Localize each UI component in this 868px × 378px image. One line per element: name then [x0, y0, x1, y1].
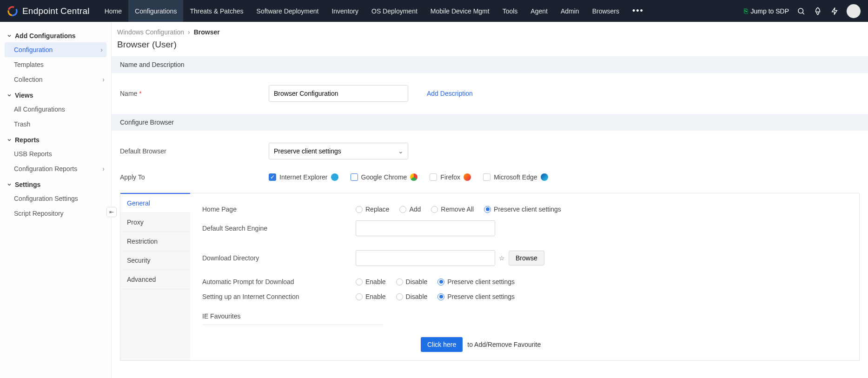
search-engine-input[interactable] [356, 220, 495, 236]
svg-line-4 [802, 13, 804, 14]
top-bar: Endpoint Central HomeConfigurationsThrea… [0, 0, 868, 22]
sdp-icon: ⎘ [744, 7, 748, 15]
chevron-right-icon: › [188, 28, 190, 36]
tab-security[interactable]: Security [120, 251, 190, 270]
tab-proxy[interactable]: Proxy [120, 213, 190, 232]
click-here-button[interactable]: Click here [421, 337, 463, 352]
checkbox-icon[interactable] [351, 173, 358, 181]
download-dir-label: Download Directory [202, 254, 356, 262]
sidebar-item-configuration[interactable]: Configuration› [5, 42, 106, 57]
tab-general[interactable]: General [120, 193, 190, 213]
topnav-admin[interactable]: Admin [554, 0, 586, 22]
topnav-home[interactable]: Home [98, 0, 128, 22]
default-browser-label: Default Browser [120, 147, 250, 155]
favorite-star-icon[interactable]: ☆ [499, 254, 505, 262]
radio-icon[interactable] [356, 293, 363, 300]
topnav-configurations[interactable]: Configurations [128, 0, 183, 22]
vertical-tab-list: GeneralProxyRestrictionSecurityAdvanced [120, 193, 190, 360]
auto-prompt-radio-preserve-client-settings[interactable]: Preserve client settings [437, 278, 515, 285]
name-input[interactable] [269, 85, 408, 102]
top-nav: HomeConfigurationsThreats & PatchesSoftw… [98, 0, 626, 22]
topnav-mobile-device-mgmt[interactable]: Mobile Device Mgmt [424, 0, 496, 22]
topnav-threats-patches[interactable]: Threats & Patches [183, 0, 250, 22]
browser-icon [410, 173, 417, 181]
apply-to-internet-explorer[interactable]: Internet Explorer [269, 173, 338, 181]
home-page-radio-preserve-client-settings[interactable]: Preserve client settings [484, 206, 561, 213]
internet-conn-radio-preserve-client-settings[interactable]: Preserve client settings [437, 293, 515, 300]
radio-icon[interactable] [431, 206, 438, 213]
sidebar-item-configuration-settings[interactable]: Configuration Settings [0, 191, 111, 206]
breadcrumb-current: Browser [194, 28, 220, 36]
sidebar-item-usb-reports[interactable]: USB Reports [0, 146, 111, 161]
rocket-icon[interactable] [813, 7, 822, 16]
auto-prompt-label: Automatic Prompt for Download [202, 278, 356, 285]
tab-general-content: Home Page ReplaceAddRemove AllPreserve c… [190, 193, 859, 360]
radio-icon[interactable] [396, 279, 403, 285]
internet-conn-radio-enable[interactable]: Enable [356, 293, 386, 300]
apply-to-group: Internet ExplorerGoogle ChromeFirefoxMic… [269, 173, 548, 181]
radio-icon[interactable] [356, 206, 363, 213]
topnav-inventory[interactable]: Inventory [325, 0, 365, 22]
search-icon[interactable] [796, 7, 806, 16]
checkbox-icon[interactable] [269, 173, 276, 181]
bolt-icon[interactable] [830, 7, 839, 16]
page-title: Browser (User) [112, 38, 868, 56]
apply-to-firefox[interactable]: Firefox [430, 173, 471, 181]
internet-conn-radios: EnableDisablePreserve client settings [356, 293, 515, 300]
tab-advanced[interactable]: Advanced [120, 270, 190, 289]
search-engine-label: Default Search Engine [202, 225, 356, 232]
jump-to-sdp-link[interactable]: ⎘ Jump to SDP [744, 7, 789, 15]
sidebar-item-trash[interactable]: Trash [0, 117, 111, 132]
brand-logo-icon [7, 5, 19, 17]
browser-icon [331, 173, 338, 181]
sidebar-item-collection[interactable]: Collection› [0, 72, 111, 87]
radio-icon[interactable] [437, 279, 444, 285]
apply-to-microsoft-edge[interactable]: Microsoft Edge [483, 173, 548, 181]
tabbed-panel: GeneralProxyRestrictionSecurityAdvanced … [120, 193, 860, 361]
topnav-agent[interactable]: Agent [524, 0, 554, 22]
sidebar-group-settings[interactable]: Settings [0, 176, 111, 191]
home-page-radio-add[interactable]: Add [399, 206, 421, 213]
home-page-radios: ReplaceAddRemove AllPreserve client sett… [356, 206, 561, 213]
radio-icon[interactable] [399, 206, 406, 213]
tab-restriction[interactable]: Restriction [120, 232, 190, 251]
sidebar-group-add-configurations[interactable]: Add Configurations [0, 27, 111, 42]
radio-icon[interactable] [484, 206, 491, 213]
sidebar-item-templates[interactable]: Templates [0, 57, 111, 72]
sidebar-group-views[interactable]: Views [0, 87, 111, 102]
more-menu-icon[interactable]: ••• [626, 6, 650, 16]
sidebar-item-all-configurations[interactable]: All Configurations [0, 102, 111, 117]
fav-suffix-text: to Add/Remove Favourite [467, 341, 541, 348]
home-page-radio-replace[interactable]: Replace [356, 206, 389, 213]
radio-icon[interactable] [396, 293, 403, 300]
topnav-os-deployment[interactable]: OS Deployment [365, 0, 424, 22]
svg-point-3 [798, 8, 803, 13]
home-page-radio-remove-all[interactable]: Remove All [431, 206, 474, 213]
sidebar-item-configuration-reports[interactable]: Configuration Reports› [0, 161, 111, 176]
checkbox-icon[interactable] [483, 173, 490, 181]
browse-button[interactable]: Browse [509, 251, 544, 265]
default-browser-select[interactable]: Preserve client settings [269, 143, 408, 159]
apply-to-google-chrome[interactable]: Google Chrome [351, 173, 418, 181]
auto-prompt-radio-enable[interactable]: Enable [356, 278, 386, 285]
checkbox-icon[interactable] [430, 173, 437, 181]
topnav-software-deployment[interactable]: Software Deployment [250, 0, 325, 22]
sidebar-group-reports[interactable]: Reports [0, 132, 111, 146]
brand-name: Endpoint Central [22, 6, 90, 16]
topnav-tools[interactable]: Tools [496, 0, 524, 22]
topnav-browsers[interactable]: Browsers [586, 0, 626, 22]
ie-favourites-header: IE Favourites [202, 312, 384, 325]
avatar[interactable] [847, 4, 861, 18]
internet-conn-radio-disable[interactable]: Disable [396, 293, 428, 300]
radio-icon[interactable] [356, 279, 363, 285]
breadcrumb-parent[interactable]: Windows Configuration [117, 28, 184, 36]
section-name-description: Name and Description [112, 56, 868, 73]
auto-prompt-radio-disable[interactable]: Disable [396, 278, 428, 285]
sidebar-item-script-repository[interactable]: Script Repository [0, 206, 111, 221]
brand: Endpoint Central [0, 5, 98, 17]
add-description-link[interactable]: Add Description [427, 90, 473, 97]
download-dir-input[interactable] [356, 250, 495, 266]
sidebar-collapse-toggle[interactable]: ⇤ [106, 207, 117, 217]
radio-icon[interactable] [437, 293, 444, 300]
browser-icon [541, 173, 548, 181]
